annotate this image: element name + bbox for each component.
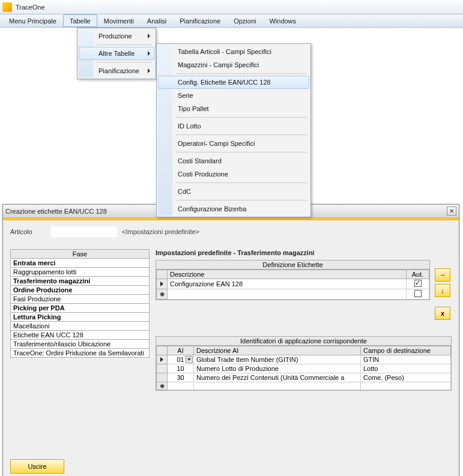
dd-item[interactable]: ID Lotto — [158, 119, 309, 133]
dd-item[interactable]: Config. Etichette EAN/UCC 128 — [158, 76, 309, 89]
dd-item[interactable]: Magazzini - Campi Specifici — [158, 58, 309, 71]
cell-descr[interactable]: Configurazione EAN 128 — [168, 279, 407, 289]
arrow-right-icon: → — [440, 271, 446, 279]
articolo-label: Articolo — [10, 228, 46, 235]
phase-fasi-produzione[interactable]: Fasi Produzione — [10, 295, 150, 304]
dd-item[interactable]: Configurazione Bizerba — [158, 202, 309, 215]
separator — [176, 152, 307, 152]
phase-trasf-ubicazione[interactable]: Trasferimento/rilascio Ubicazione — [10, 340, 150, 349]
phase-raggruppamento[interactable]: Raggruppamento lotti — [10, 268, 150, 277]
dd-item[interactable]: Operatori- Campi Specifici — [158, 137, 309, 150]
grid-etichette-caption: Definizione Etichette — [156, 261, 429, 270]
grid-etichette-wrap: Definizione Etichette Descrizione Aut. C… — [156, 260, 430, 300]
dialog-title-text: Creazione etichette EAN/UCC 128 — [5, 208, 107, 215]
dialog-ean-ucc: Creazione etichette EAN/UCC 128 ✕ Artico… — [2, 204, 459, 476]
aut-checkbox[interactable] — [414, 280, 422, 287]
dialog-close-button[interactable]: ✕ — [447, 206, 456, 215]
aut-checkbox[interactable] — [414, 290, 422, 297]
dd-item[interactable]: Serie — [158, 89, 309, 102]
ai-cell-combo[interactable]: 01 — [168, 355, 194, 364]
dd-item[interactable]: CdC — [158, 185, 309, 198]
titlebar: TraceOne — [0, 0, 463, 14]
menu-opzioni[interactable]: Opzioni — [227, 14, 262, 27]
menu-movimenti[interactable]: Movimenti — [97, 14, 141, 27]
menubar: Menu Principale Tabelle Movimenti Analis… — [0, 14, 463, 28]
dd-item[interactable]: Tabella Articoli - Campi Specifici — [158, 45, 309, 58]
delete-x-icon: x — [441, 310, 444, 317]
grid-etichette: Definizione Etichette Descrizione Aut. C… — [156, 260, 430, 300]
phase-list: Entrata merci Raggruppamento lotti Trasf… — [10, 259, 150, 358]
ai-cell[interactable]: 30 — [168, 373, 194, 382]
separator — [176, 200, 307, 200]
chevron-right-icon — [148, 51, 150, 56]
ai-descr-cell[interactable]: Numero Lotto di Produzione — [194, 364, 361, 373]
col-campo[interactable]: Campo di destinazione — [361, 346, 451, 355]
chevron-down-icon[interactable] — [186, 356, 193, 363]
phase-header: Fase — [10, 249, 150, 259]
phase-etichette-ean[interactable]: Etichette EAN UCC 128 — [10, 331, 150, 340]
menu-analisi[interactable]: Analisi — [141, 14, 173, 27]
phase-traceone-ordini[interactable]: TraceOne: Ordini Priduzione da Semilavor… — [10, 349, 150, 358]
row-pointer-icon — [160, 357, 163, 362]
row-header-blank — [157, 270, 168, 279]
menu-tabelle[interactable]: Tabelle — [63, 14, 97, 27]
table-row[interactable] — [157, 382, 451, 390]
dropdown-altre-tabelle: Tabella Articoli - Campi SpecificiMagazz… — [156, 43, 311, 217]
arrow-down-icon: ↓ — [441, 287, 444, 294]
dd-item[interactable]: Costi Produzione — [158, 167, 309, 181]
chevron-right-icon — [148, 68, 150, 73]
separator — [176, 134, 307, 135]
section-title: Impostazioni predefinite - Trasferimento… — [156, 249, 452, 256]
chevron-right-icon — [148, 34, 150, 38]
new-row-icon — [160, 382, 165, 390]
separator — [176, 117, 307, 118]
uscire-button[interactable]: Uscire — [10, 459, 64, 474]
dd-item[interactable]: Costi Standard — [158, 154, 309, 167]
separator — [176, 182, 307, 183]
phase-ordine-produzione[interactable]: Ordine Produzione — [10, 286, 150, 295]
col-descr-ai[interactable]: Descrizione AI — [194, 346, 361, 355]
phase-lettura-picking[interactable]: Lettura Picking — [10, 313, 150, 322]
col-aut[interactable]: Aut. — [407, 270, 429, 279]
table-row[interactable] — [157, 289, 429, 300]
workspace: Creazione etichette EAN/UCC 128 ✕ Artico… — [0, 28, 463, 476]
delete-button[interactable]: x — [435, 307, 450, 320]
menu-windows[interactable]: Windows — [262, 14, 303, 27]
phase-picking-pda[interactable]: Picking per PDA — [10, 304, 150, 313]
table-row[interactable]: 30 Numero dei Pezzi Contenuti (Unità Com… — [157, 373, 451, 382]
articolo-info: <Impostazioni predefinite> — [122, 228, 199, 235]
separator — [176, 73, 307, 74]
table-row[interactable]: 01 Global Trade Item Number (GITIN) GTIN — [157, 355, 451, 364]
menu-principale[interactable]: Menu Principale — [2, 14, 63, 27]
ai-cell[interactable]: 10 — [168, 364, 194, 373]
ai-campo-cell[interactable]: Come. (Peso) — [361, 373, 451, 382]
dd-pianificazione[interactable]: Pianificazione — [79, 64, 154, 77]
phase-entrata-merci[interactable]: Entrata merci — [10, 259, 150, 268]
menu-pianificazione[interactable]: Pianificazione — [173, 14, 227, 27]
dd-altre-tabelle[interactable]: Altre Tabelle — [79, 47, 154, 60]
phase-trasferimento-mag[interactable]: Trasferimento magazzini — [10, 277, 150, 286]
grid-ai-caption: Identificatori di applicazione corrispon… — [156, 337, 451, 346]
dd-item[interactable]: Tipo Pallet — [158, 102, 309, 115]
row-pointer-icon — [160, 282, 163, 286]
col-descrizione[interactable]: Descrizione — [168, 270, 407, 279]
ai-campo-cell[interactable]: GTIN — [361, 355, 451, 364]
app-title: TraceOne — [16, 4, 45, 11]
grid-ai: Identificatori di applicazione corrispon… — [156, 336, 452, 391]
move-right-button[interactable]: → — [435, 268, 450, 282]
dropdown-tabelle: Produzione Altre Tabelle Pianificazione — [77, 28, 156, 79]
app-logo-icon — [2, 2, 12, 12]
phase-macellazioni[interactable]: Macellazioni — [10, 322, 150, 331]
cell-descr-empty[interactable] — [168, 289, 407, 300]
new-row-icon — [160, 291, 165, 298]
ai-descr-cell[interactable]: Numero dei Pezzi Contenuti (Unità Commer… — [194, 373, 361, 382]
ai-descr-cell[interactable]: Global Trade Item Number (GITIN) — [194, 355, 361, 364]
ai-campo-cell[interactable]: Lotto — [361, 364, 451, 373]
table-row[interactable]: Configurazione EAN 128 — [157, 279, 429, 289]
move-down-button[interactable]: ↓ — [435, 284, 450, 297]
dd-produzione[interactable]: Produzione — [79, 29, 154, 43]
table-row[interactable]: 10 Numero Lotto di Produzione Lotto — [157, 364, 451, 373]
articolo-field[interactable] — [51, 226, 117, 237]
col-ai[interactable]: AI — [168, 346, 194, 355]
